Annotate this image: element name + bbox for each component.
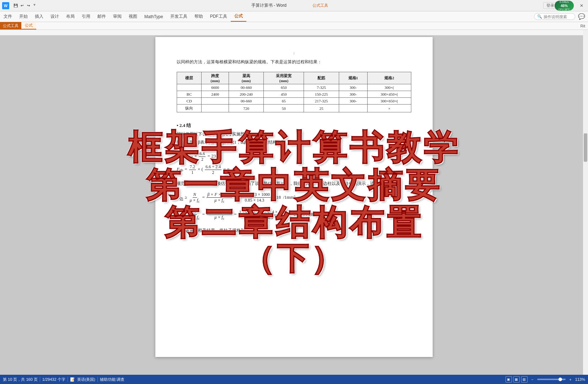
formula-ribbon-formula[interactable]: 公式 xyxy=(21,22,36,30)
view-web-button[interactable]: ▦ xyxy=(513,376,520,383)
document-area: ↕ 以同样的方法，运算每根横梁和结构纵梁的规格。下表是运算的过程和结果： 楼层 … xyxy=(0,30,588,375)
col-spec2: 规格2 xyxy=(367,72,411,84)
col-span: 跨度(mm) xyxy=(202,72,229,84)
formula-area-edge: A边 ≥ N μ × fc = β × F × q × n μ × fc = 1… xyxy=(177,192,411,203)
network-speed: 0.04k/s xyxy=(560,0,569,4)
formula-edge-load: F边 ≥ 7 2 × 6.6 2 = 23 xyxy=(177,151,411,162)
status-separator-3 xyxy=(97,377,98,382)
cpu-percent: 46% xyxy=(561,4,568,8)
word-count: 1/29432 个字 xyxy=(42,377,65,382)
save-button[interactable]: 💾 xyxy=(13,3,18,9)
tab-file[interactable]: 文件 xyxy=(0,11,16,22)
undo-button[interactable]: ↩ xyxy=(19,3,25,9)
page-count: 第 10 页，共 160 页 xyxy=(3,377,38,382)
view-normal-button[interactable]: ▣ xyxy=(506,376,512,383)
tab-insert[interactable]: 插入 xyxy=(31,11,47,22)
intro-paragraph: 以同样的方法，运算每根横梁和结构纵梁的规格。下表是运算的过程和结果： xyxy=(177,59,411,65)
page-number: 10 xyxy=(177,254,411,258)
search-icon: 🔍 xyxy=(537,14,542,19)
status-right: ▣ ▦ ▧ － ＋ 113% xyxy=(503,376,588,383)
view-read-button[interactable]: ▧ xyxy=(521,376,528,383)
title-bar: W 💾 ↩ ↪ ▼ 手算计算书 - Word 公式工具 登录 ─ □ ✕ xyxy=(0,0,588,11)
zoom-slider[interactable] xyxy=(537,379,566,380)
zoom-plus-icon[interactable]: ＋ xyxy=(568,377,572,382)
doc-para-3: 规范定为0.85；F代表预估受压面积。为了说明预估计算过程，我们采用第一层边柱以… xyxy=(177,180,411,187)
formula-tools-ribbon: 公式工具 公式 Rit xyxy=(0,22,588,30)
tab-formula[interactable]: 公式 xyxy=(231,11,246,22)
search-box[interactable]: 🔍 xyxy=(534,13,575,20)
status-left: 第 10 页，共 160 页 1/29432 个字 📝 英语(美国) 辅助功能:… xyxy=(0,377,127,382)
close-button[interactable]: ✕ xyxy=(578,2,585,9)
cpu-badge: 0.04k/s 46% CPU 36°C xyxy=(555,1,574,11)
section-2-4-header: • 2.4 结 xyxy=(177,122,411,129)
window-title: 手算计算书 - Word 公式工具 xyxy=(36,2,543,9)
word-icon: W xyxy=(2,2,9,9)
tab-view[interactable]: 视图 xyxy=(125,11,141,22)
status-bar: 第 10 页，共 160 页 1/29432 个字 📝 英语(美国) 辅助功能:… xyxy=(0,375,588,384)
status-separator-2 xyxy=(68,377,68,382)
doc-para-1: 可以使用以下公式对柱的尺寸实施预估： xyxy=(177,131,411,138)
beam-table: 楼层 跨度(mm) 梁高(mm) 采用梁宽(mm) 配筋 规格1 规格2 660… xyxy=(177,72,411,112)
zoom-minus-icon[interactable]: － xyxy=(530,377,534,382)
language: 英语(美国) xyxy=(77,377,95,382)
customize-arrow[interactable]: ▼ xyxy=(33,3,36,9)
main-ribbon: 文件 开始 插入 设计 布局 引用 邮件 审阅 视图 MathType 开发工具… xyxy=(0,11,588,22)
lang-indicator: 📝 xyxy=(70,377,75,382)
tab-help[interactable]: 帮助 xyxy=(191,11,207,22)
tab-mailings[interactable]: 邮件 xyxy=(94,11,109,22)
formula-area-mid: A中 ≥ N μ × fc = β × F × q × n μ × fc = 1… xyxy=(177,209,411,220)
zoom-level: 113% xyxy=(575,377,585,382)
tab-review[interactable]: 审阅 xyxy=(109,11,125,22)
table-row: CD 00-660 65 217-325 300- 300×650×( xyxy=(177,98,411,105)
doc-para-2: 数学式里，β表示内力系数，取1；α该结构为框架结构，取 xyxy=(177,139,411,146)
tab-layout[interactable]: 布局 xyxy=(63,11,78,22)
tab-design[interactable]: 设计 xyxy=(47,11,63,22)
search-input[interactable] xyxy=(544,15,572,19)
tab-home[interactable]: 开始 xyxy=(16,11,31,22)
formula-tools-label: 公式工具 xyxy=(0,22,21,30)
table-row: 纵向 720 50 25 × xyxy=(177,105,411,112)
col-floor: 楼层 xyxy=(177,72,202,84)
system-tray: 0.04k/s 46% CPU 36°C xyxy=(555,1,574,11)
chat-icon[interactable]: 💬 xyxy=(578,13,585,20)
rit-label: Rit xyxy=(581,24,585,28)
tab-references[interactable]: 引用 xyxy=(78,11,94,22)
tab-developer[interactable]: 开发工具 xyxy=(167,11,191,22)
col-height: 梁高(mm) xyxy=(229,72,263,84)
redo-button[interactable]: ↪ xyxy=(26,3,31,9)
ruler-horizontal xyxy=(0,30,588,36)
cpu-temp: CPU 36°C xyxy=(558,8,570,11)
quick-access-toolbar: 💾 ↩ ↪ ▼ xyxy=(13,3,36,9)
col-spec1: 规格1 xyxy=(339,72,367,84)
table-row: BC 2400 200-240 450 150-225 300- 300×450… xyxy=(177,91,411,98)
col-width: 采用梁宽(mm) xyxy=(264,72,304,84)
formula-mid-load: F中 = 7.2 1 × ( 6.6 + 2.4 2 = n xyxy=(177,164,411,175)
col-used: 配筋 xyxy=(304,72,339,84)
document-page: ↕ 以同样的方法，运算每根横梁和结构纵梁的规格。下表是运算的过程和结果： 楼层 … xyxy=(155,37,433,357)
result-text: 根据运算过程及结果，将柱子规格列于下表： xyxy=(177,227,411,234)
tab-mathtype[interactable]: MathType xyxy=(141,11,167,22)
scrollbar-thumb[interactable] xyxy=(584,133,587,162)
scrollbar-vertical[interactable] xyxy=(583,30,588,375)
zoom-handle[interactable] xyxy=(558,378,562,381)
table-row: 6600 00-660 650 7-325 300- 300×( xyxy=(177,84,411,91)
tab-pdf[interactable]: PDF工具 xyxy=(207,11,231,22)
status-separator-1 xyxy=(40,377,40,382)
accessibility-feature: 辅助功能:调查 xyxy=(100,377,124,382)
